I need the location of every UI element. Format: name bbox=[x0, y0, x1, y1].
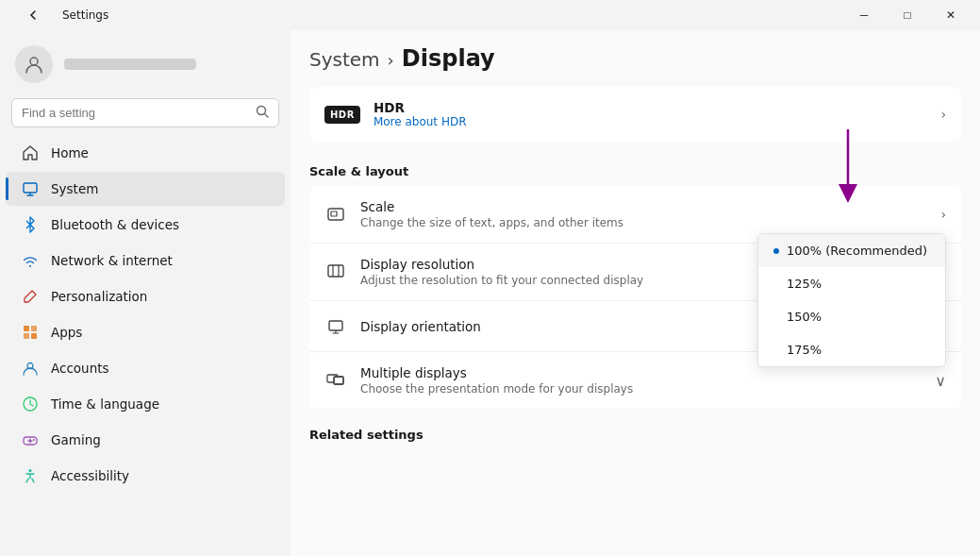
sidebar-item-network-label: Network & internet bbox=[51, 253, 173, 268]
sidebar-item-accounts[interactable]: Accounts bbox=[6, 351, 285, 385]
resolution-icon bbox=[324, 261, 347, 283]
content-area: System › Display HDR HDR More about HDR … bbox=[291, 30, 980, 556]
maximize-button[interactable]: □ bbox=[886, 0, 929, 30]
sidebar-item-time-label: Time & language bbox=[51, 396, 159, 412]
scale-option-125[interactable]: 125% bbox=[758, 267, 945, 300]
page-title-row: System › Display bbox=[309, 45, 961, 72]
sidebar-item-home-label: Home bbox=[51, 145, 89, 160]
sidebar-item-gaming-label: Gaming bbox=[51, 432, 101, 447]
system-icon bbox=[21, 179, 40, 198]
sidebar-item-gaming[interactable]: Gaming bbox=[6, 423, 285, 457]
user-name-placeholder bbox=[64, 59, 196, 70]
sidebar-item-bluetooth[interactable]: Bluetooth & devices bbox=[6, 208, 285, 242]
multiple-displays-expand-icon: ∨ bbox=[935, 372, 946, 390]
svg-rect-8 bbox=[24, 333, 29, 339]
network-icon bbox=[21, 251, 40, 270]
accounts-icon bbox=[21, 359, 40, 378]
search-box[interactable] bbox=[11, 98, 279, 127]
sidebar-item-accounts-label: Accounts bbox=[51, 361, 109, 376]
sidebar-item-home[interactable]: Home bbox=[6, 136, 285, 170]
close-button[interactable]: ✕ bbox=[929, 0, 972, 30]
hdr-text: HDR More about HDR bbox=[374, 100, 928, 128]
svg-rect-24 bbox=[329, 321, 342, 330]
svg-rect-3 bbox=[24, 183, 37, 193]
sidebar-item-apps-label: Apps bbox=[51, 325, 82, 340]
scale-option-150-label: 150% bbox=[787, 310, 822, 324]
breadcrumb-system: System bbox=[309, 48, 380, 71]
search-input[interactable] bbox=[22, 106, 248, 120]
search-icon bbox=[256, 105, 269, 121]
svg-rect-9 bbox=[31, 333, 37, 339]
hdr-chevron-icon: › bbox=[940, 107, 946, 122]
user-section bbox=[0, 38, 291, 98]
multiple-displays-text: Multiple displays Choose the presentatio… bbox=[360, 365, 922, 396]
sidebar-item-personalization[interactable]: Personalization bbox=[6, 279, 285, 313]
scale-option-100[interactable]: 100% (Recommended) bbox=[758, 234, 945, 267]
scale-option-125-label: 125% bbox=[787, 277, 822, 291]
scale-icon bbox=[324, 203, 347, 226]
sidebar-item-accessibility[interactable]: Accessibility bbox=[6, 459, 285, 493]
apps-icon bbox=[21, 323, 40, 342]
home-icon bbox=[21, 143, 40, 162]
sidebar-item-system-label: System bbox=[51, 181, 98, 196]
sidebar-item-time[interactable]: Time & language bbox=[6, 387, 285, 421]
scale-selected-dot bbox=[773, 248, 779, 254]
app-title: Settings bbox=[62, 8, 108, 22]
scale-layout-title: Scale & layout bbox=[309, 153, 961, 186]
scale-option-150[interactable]: 150% bbox=[758, 300, 945, 333]
svg-point-16 bbox=[29, 469, 32, 472]
breadcrumb-separator: › bbox=[388, 50, 394, 70]
sidebar-item-accessibility-label: Accessibility bbox=[51, 468, 129, 483]
multiple-displays-icon bbox=[324, 369, 347, 392]
scale-desc: Change the size of text, apps, and other… bbox=[360, 216, 927, 229]
multiple-displays-label: Multiple displays bbox=[360, 365, 922, 380]
svg-rect-18 bbox=[331, 211, 337, 216]
hdr-title: HDR bbox=[374, 100, 928, 115]
svg-rect-6 bbox=[24, 326, 29, 331]
accessibility-icon bbox=[21, 466, 40, 485]
orientation-icon bbox=[324, 315, 347, 338]
window-controls: ─ □ ✕ bbox=[842, 0, 972, 30]
svg-line-2 bbox=[265, 114, 269, 118]
hdr-card[interactable]: HDR HDR More about HDR › bbox=[309, 87, 961, 142]
related-settings-title: Related settings bbox=[309, 416, 961, 449]
hdr-badge: HDR bbox=[324, 106, 360, 124]
time-icon bbox=[21, 395, 40, 413]
svg-rect-21 bbox=[328, 265, 343, 277]
multiple-displays-desc: Choose the presentation mode for your di… bbox=[360, 382, 922, 396]
hdr-link[interactable]: More about HDR bbox=[374, 115, 928, 128]
gaming-icon bbox=[21, 430, 40, 449]
minimize-button[interactable]: ─ bbox=[842, 0, 886, 30]
svg-point-0 bbox=[30, 58, 38, 65]
sidebar: Home System Bluetooth & devices bbox=[0, 30, 291, 556]
sidebar-item-system[interactable]: System bbox=[6, 172, 285, 206]
back-button[interactable] bbox=[11, 0, 55, 30]
scale-chevron-icon: › bbox=[940, 207, 946, 222]
bluetooth-icon bbox=[21, 215, 40, 234]
settings-card: Scale Change the size of text, apps, and… bbox=[309, 186, 961, 409]
svg-rect-7 bbox=[31, 326, 37, 331]
svg-point-15 bbox=[33, 439, 35, 441]
app-body: Home System Bluetooth & devices bbox=[0, 30, 980, 556]
personalization-icon bbox=[21, 287, 40, 306]
scale-option-175-label: 175% bbox=[787, 343, 822, 357]
svg-rect-26 bbox=[334, 377, 343, 384]
sidebar-item-apps[interactable]: Apps bbox=[6, 315, 285, 349]
scale-option-175[interactable]: 175% bbox=[758, 333, 945, 366]
sidebar-item-bluetooth-label: Bluetooth & devices bbox=[51, 217, 179, 232]
scale-label: Scale bbox=[360, 199, 927, 214]
sidebar-item-network[interactable]: Network & internet bbox=[6, 244, 285, 278]
scale-dropdown[interactable]: 100% (Recommended) 125% 150% 175% bbox=[757, 233, 946, 367]
scale-option-100-label: 100% (Recommended) bbox=[787, 244, 927, 258]
scale-row[interactable]: Scale Change the size of text, apps, and… bbox=[309, 186, 961, 244]
sidebar-item-personalization-label: Personalization bbox=[51, 289, 147, 304]
title-bar: Settings ─ □ ✕ bbox=[0, 0, 980, 30]
page-title: Display bbox=[402, 45, 495, 72]
svg-rect-17 bbox=[328, 209, 343, 220]
scale-text: Scale Change the size of text, apps, and… bbox=[360, 199, 927, 229]
avatar bbox=[15, 45, 53, 83]
